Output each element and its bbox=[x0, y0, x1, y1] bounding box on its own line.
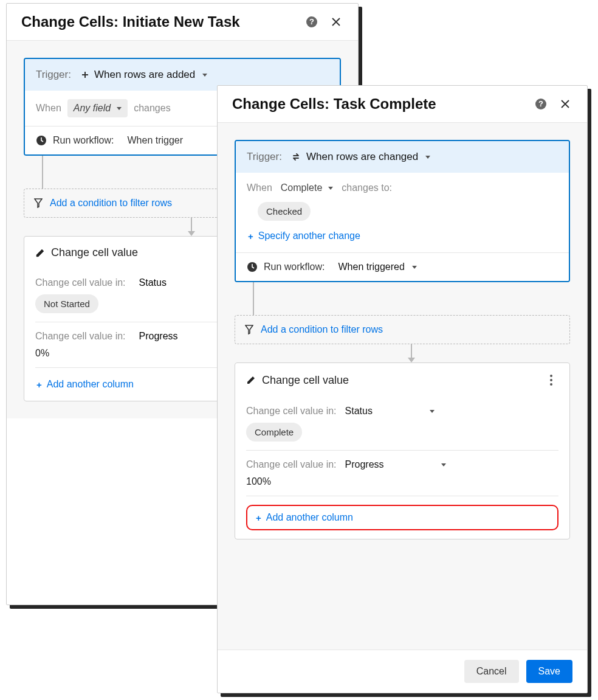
col1-value-pill[interactable]: Complete bbox=[246, 423, 302, 442]
trigger-type-value: When rows are added bbox=[94, 69, 195, 81]
run-workflow-label: Run workflow: bbox=[53, 135, 114, 146]
changes-to-label: changes to: bbox=[342, 182, 392, 193]
save-button[interactable]: Save bbox=[526, 660, 572, 683]
when-section: When Complete changes to: Checked + Spec… bbox=[236, 173, 569, 253]
modal-task-complete: Change Cells: Task Complete ? Trigger: W… bbox=[217, 85, 588, 693]
svg-text:?: ? bbox=[309, 17, 314, 26]
svg-point-8 bbox=[550, 383, 552, 386]
col2-field-select[interactable]: Progress bbox=[345, 459, 446, 470]
col1-value-pill[interactable]: Not Started bbox=[35, 294, 98, 313]
more-options-icon[interactable] bbox=[544, 373, 558, 387]
svg-point-7 bbox=[550, 379, 552, 381]
close-icon[interactable] bbox=[558, 97, 572, 111]
run-workflow-label: Run workflow: bbox=[264, 262, 325, 272]
col2-label: Change cell value in: bbox=[35, 331, 126, 342]
trigger-header: Trigger: When rows are changed bbox=[236, 141, 569, 173]
col2-label: Change cell value in: bbox=[246, 459, 337, 470]
trigger-type-select[interactable]: When rows are changed bbox=[292, 151, 430, 163]
when-field-value: Any field bbox=[74, 103, 111, 114]
modal-body: Trigger: When rows are changed When Comp… bbox=[218, 123, 587, 650]
close-icon[interactable] bbox=[329, 15, 343, 29]
condition-placeholder[interactable]: Add a condition to filter rows bbox=[235, 315, 570, 344]
action-header: Change cell value bbox=[235, 363, 569, 397]
when-label: When bbox=[36, 103, 61, 114]
change-column-2: Change cell value in: Progress 100% bbox=[235, 451, 569, 496]
chevron-down-icon bbox=[412, 266, 417, 269]
when-field-value: Complete bbox=[281, 182, 322, 193]
filter-icon bbox=[34, 198, 43, 208]
chevron-down-icon bbox=[202, 74, 207, 77]
col2-field: Progress bbox=[345, 459, 384, 470]
modal-title: Change Cells: Task Complete bbox=[232, 95, 524, 113]
add-column-highlight: + Add another column bbox=[246, 505, 558, 530]
run-workflow-value: When triggered bbox=[338, 262, 404, 272]
when-label: When bbox=[247, 182, 272, 193]
svg-point-6 bbox=[550, 375, 552, 377]
connector-line bbox=[253, 282, 254, 315]
modal-title: Change Cells: Initiate New Task bbox=[21, 13, 295, 30]
trigger-card: Trigger: When rows are changed When Comp… bbox=[235, 140, 570, 282]
connector-line bbox=[42, 156, 43, 189]
help-icon[interactable]: ? bbox=[534, 97, 548, 111]
when-field-select[interactable]: Any field bbox=[67, 99, 128, 117]
col2-value[interactable]: 100% bbox=[246, 476, 558, 487]
action-card: Change cell value Change cell value in: … bbox=[235, 362, 570, 539]
change-column-1: Change cell value in: Status Complete bbox=[235, 397, 569, 450]
add-column-label: Add another column bbox=[266, 512, 353, 523]
filter-icon bbox=[245, 325, 253, 334]
changes-to-value[interactable]: Checked bbox=[258, 202, 311, 221]
cancel-button[interactable]: Cancel bbox=[464, 660, 519, 683]
pencil-icon bbox=[35, 248, 45, 258]
svg-text:?: ? bbox=[538, 99, 543, 108]
trigger-label: Trigger: bbox=[247, 151, 282, 163]
col1-label: Change cell value in: bbox=[246, 406, 337, 417]
clock-icon bbox=[36, 135, 47, 146]
chevron-down-icon bbox=[441, 463, 446, 466]
changes-label: changes bbox=[134, 103, 171, 114]
add-another-column-button[interactable]: + Add another column bbox=[255, 510, 354, 525]
run-workflow-select[interactable]: When triggered bbox=[338, 262, 416, 272]
specify-another-label: Specify another change bbox=[258, 230, 360, 241]
chevron-down-icon bbox=[430, 410, 435, 413]
specify-another-change-button[interactable]: + Specify another change bbox=[247, 228, 558, 244]
add-condition-link[interactable]: Add a condition to filter rows bbox=[261, 324, 383, 335]
plus-icon: + bbox=[36, 379, 42, 390]
add-column-section: + Add another column bbox=[235, 496, 569, 539]
help-icon[interactable]: ? bbox=[304, 15, 319, 29]
trigger-type-select[interactable]: When rows are added bbox=[81, 69, 207, 81]
col1-field[interactable]: Status bbox=[139, 277, 167, 288]
chevron-down-icon bbox=[425, 156, 430, 159]
modal-header: Change Cells: Initiate New Task ? bbox=[7, 4, 358, 41]
run-workflow-section: Run workflow: When triggered bbox=[236, 253, 569, 281]
add-column-label: Add another column bbox=[47, 379, 134, 390]
pencil-icon bbox=[246, 375, 256, 385]
trigger-label: Trigger: bbox=[36, 69, 71, 81]
col1-field: Status bbox=[345, 406, 373, 417]
chevron-down-icon bbox=[117, 107, 122, 110]
clock-icon bbox=[247, 262, 258, 272]
col1-field-select[interactable]: Status bbox=[345, 406, 435, 417]
connector-arrow bbox=[253, 344, 570, 362]
change-icon bbox=[292, 152, 301, 162]
modal-header: Change Cells: Task Complete ? bbox=[218, 86, 587, 123]
plus-icon: + bbox=[248, 231, 253, 241]
plus-icon: + bbox=[256, 513, 261, 523]
plus-icon bbox=[81, 71, 89, 79]
action-title: Change cell value bbox=[262, 374, 349, 387]
run-workflow-value: When trigger bbox=[127, 135, 183, 146]
action-title: Change cell value bbox=[51, 246, 138, 259]
when-field-select[interactable]: Complete bbox=[278, 181, 335, 195]
col2-field[interactable]: Progress bbox=[139, 331, 178, 342]
trigger-type-value: When rows are changed bbox=[306, 151, 418, 163]
modal-footer: Cancel Save bbox=[218, 650, 587, 693]
col1-label: Change cell value in: bbox=[35, 277, 126, 288]
add-condition-link[interactable]: Add a condition to filter rows bbox=[50, 198, 172, 209]
chevron-down-icon bbox=[328, 187, 333, 190]
